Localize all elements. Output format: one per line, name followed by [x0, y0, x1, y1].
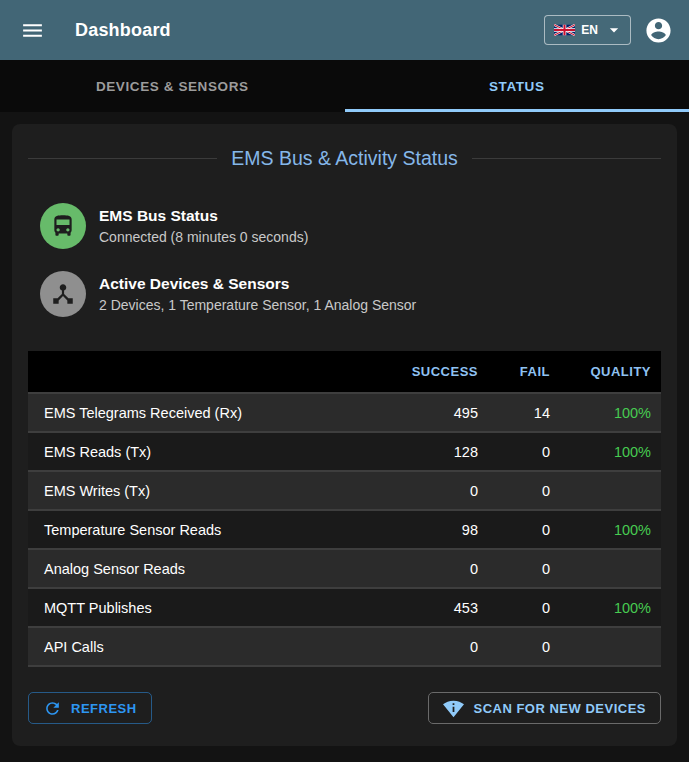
cell-fail: 0: [488, 510, 560, 549]
cell-label: EMS Reads (Tx): [28, 432, 378, 471]
divider-line: [28, 158, 217, 159]
table-row: MQTT Publishes4530100%: [28, 588, 661, 627]
cell-label: API Calls: [28, 627, 378, 666]
status-card: EMS Bus & Activity Status EMS Bus Status…: [12, 124, 677, 746]
cell-fail: 0: [488, 627, 560, 666]
account-button[interactable]: [640, 12, 677, 49]
cell-fail: 0: [488, 549, 560, 588]
cell-quality: 100%: [560, 510, 661, 549]
refresh-button[interactable]: REFRESH: [28, 692, 152, 724]
active-devices-text: Active Devices & Sensors 2 Devices, 1 Te…: [99, 275, 416, 313]
hamburger-menu-icon: [20, 18, 45, 43]
cell-quality: 100%: [560, 393, 661, 432]
column-header-fail: FAIL: [488, 351, 560, 393]
table-row: API Calls00: [28, 627, 661, 666]
cell-success: 0: [378, 549, 488, 588]
menu-button[interactable]: [16, 14, 49, 47]
table-row: Temperature Sensor Reads980100%: [28, 510, 661, 549]
tab-devices-sensors[interactable]: DEVICES & SENSORS: [0, 60, 345, 112]
column-header-success: SUCCESS: [378, 351, 488, 393]
page-title: Dashboard: [75, 20, 544, 41]
cell-label: EMS Writes (Tx): [28, 471, 378, 510]
card-title: EMS Bus & Activity Status: [231, 147, 458, 170]
status-item-title: Active Devices & Sensors: [99, 275, 416, 293]
cell-success: 0: [378, 471, 488, 510]
cell-fail: 0: [488, 432, 560, 471]
table-row: EMS Reads (Tx)1280100%: [28, 432, 661, 471]
scan-wifi-icon: [443, 698, 464, 719]
cell-quality: [560, 549, 661, 588]
device-hub-icon: [40, 271, 86, 317]
app-bar: Dashboard EN: [0, 0, 689, 60]
bus-icon: [40, 203, 86, 249]
status-list: EMS Bus Status Connected (8 minutes 0 se…: [40, 203, 661, 317]
scan-button-label: SCAN FOR NEW DEVICES: [473, 701, 646, 716]
cell-fail: 0: [488, 588, 560, 627]
scan-for-new-devices-button[interactable]: SCAN FOR NEW DEVICES: [428, 692, 661, 724]
status-item-subtitle: 2 Devices, 1 Temperature Sensor, 1 Analo…: [99, 297, 416, 313]
language-selector[interactable]: EN: [544, 15, 631, 45]
status-item-subtitle: Connected (8 minutes 0 seconds): [99, 229, 308, 245]
cell-fail: 14: [488, 393, 560, 432]
uk-flag-icon: [554, 24, 575, 36]
column-header-quality: QUALITY: [560, 351, 661, 393]
cell-success: 98: [378, 510, 488, 549]
cell-label: Analog Sensor Reads: [28, 549, 378, 588]
cell-success: 0: [378, 627, 488, 666]
cell-quality: 100%: [560, 588, 661, 627]
refresh-icon: [43, 699, 62, 718]
chevron-down-icon: [604, 20, 624, 40]
card-title-row: EMS Bus & Activity Status: [28, 124, 661, 170]
account-circle-icon: [644, 16, 673, 45]
divider-line: [472, 158, 661, 159]
refresh-button-label: REFRESH: [71, 701, 137, 716]
column-header-blank: [28, 351, 378, 393]
cell-quality: [560, 627, 661, 666]
card-actions: REFRESH SCAN FOR NEW DEVICES: [28, 692, 661, 724]
table-header-row: SUCCESS FAIL QUALITY: [28, 351, 661, 393]
activity-table-body: EMS Telegrams Received (Rx)49514100%EMS …: [28, 393, 661, 666]
cell-success: 495: [378, 393, 488, 432]
table-row: Analog Sensor Reads00: [28, 549, 661, 588]
cell-success: 128: [378, 432, 488, 471]
tab-bar: DEVICES & SENSORS STATUS: [0, 60, 689, 112]
tab-status[interactable]: STATUS: [345, 60, 689, 112]
cell-label: Temperature Sensor Reads: [28, 510, 378, 549]
table-row: EMS Telegrams Received (Rx)49514100%: [28, 393, 661, 432]
status-item-title: EMS Bus Status: [99, 207, 308, 225]
activity-table: SUCCESS FAIL QUALITY EMS Telegrams Recei…: [28, 351, 661, 667]
ems-bus-status-item: EMS Bus Status Connected (8 minutes 0 se…: [40, 203, 661, 249]
active-devices-item: Active Devices & Sensors 2 Devices, 1 Te…: [40, 271, 661, 317]
cell-label: MQTT Publishes: [28, 588, 378, 627]
table-row: EMS Writes (Tx)00: [28, 471, 661, 510]
cell-quality: [560, 471, 661, 510]
cell-success: 453: [378, 588, 488, 627]
cell-quality: 100%: [560, 432, 661, 471]
cell-fail: 0: [488, 471, 560, 510]
ems-bus-status-text: EMS Bus Status Connected (8 minutes 0 se…: [99, 207, 308, 245]
cell-label: EMS Telegrams Received (Rx): [28, 393, 378, 432]
language-code: EN: [581, 23, 598, 37]
appbar-actions: EN: [544, 12, 677, 49]
